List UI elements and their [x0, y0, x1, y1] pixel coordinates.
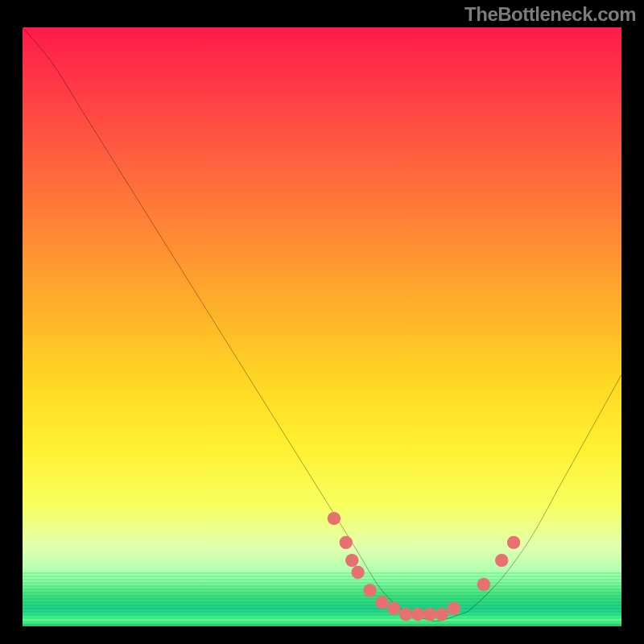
- data-marker: [507, 536, 520, 549]
- data-marker: [477, 578, 490, 591]
- data-markers: [328, 512, 521, 621]
- bottleneck-curve: [23, 27, 621, 621]
- data-marker: [340, 536, 353, 549]
- data-marker: [345, 554, 358, 567]
- data-marker: [411, 608, 424, 621]
- attribution-label: TheBottleneck.com: [464, 3, 636, 26]
- data-marker: [328, 512, 341, 525]
- data-marker: [363, 584, 376, 597]
- data-marker: [495, 554, 508, 567]
- data-marker: [375, 596, 388, 609]
- data-marker: [351, 566, 364, 579]
- data-marker: [387, 601, 400, 614]
- chart-frame: TheBottleneck.com: [0, 0, 644, 644]
- data-marker: [436, 608, 448, 621]
- data-marker: [399, 608, 412, 621]
- plot-area: [23, 27, 621, 626]
- curve-svg: [23, 27, 621, 626]
- data-marker: [447, 601, 460, 614]
- data-marker: [423, 608, 436, 621]
